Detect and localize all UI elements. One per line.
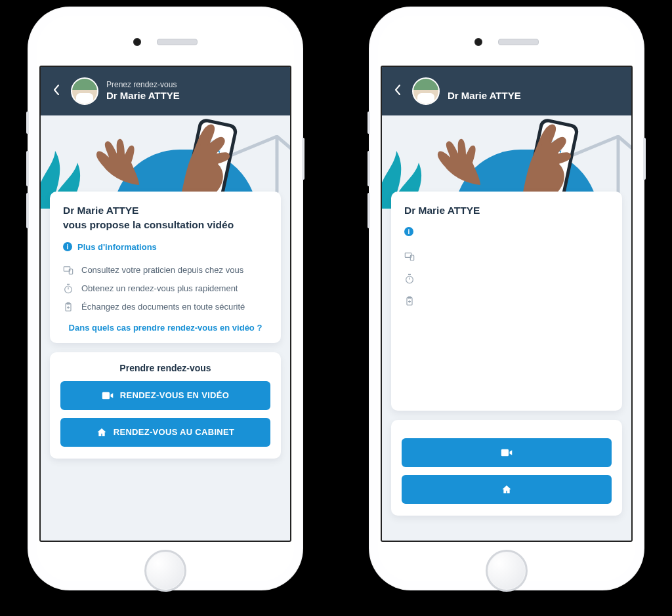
doctor-avatar[interactable] xyxy=(71,77,98,105)
devices-icon xyxy=(404,251,415,262)
info-icon: i xyxy=(63,242,72,251)
more-info-link[interactable]: i Plus d'informations xyxy=(63,242,268,252)
clipboard-icon xyxy=(63,302,74,312)
video-icon xyxy=(102,392,114,400)
header-pre-title xyxy=(448,80,521,89)
more-info-label: Plus d'informations xyxy=(77,242,157,252)
when-video-link[interactable]: Dans quels cas prendre rendez-vous en vi… xyxy=(63,323,268,333)
home-icon xyxy=(96,427,107,438)
info-card: Dr Marie ATTYE i xyxy=(391,192,622,411)
book-office-button[interactable]: RENDEZ-VOUS AU CABINET xyxy=(60,418,270,447)
benefit-item xyxy=(404,245,609,268)
card-title: Dr Marie ATTYE vous propose la consultat… xyxy=(63,203,268,233)
stopwatch-icon xyxy=(63,283,74,294)
benefit-label: Obtenez un rendez-vous plus rapidement xyxy=(81,283,238,293)
benefit-item xyxy=(404,268,609,290)
benefit-label: Consultez votre praticien depuis chez vo… xyxy=(81,265,243,275)
front-camera-icon xyxy=(474,38,482,46)
phone-mockup-left: Prenez rendez-vous Dr Marie ATTYE xyxy=(28,7,303,590)
home-button[interactable] xyxy=(486,550,528,592)
cta-heading: Prendre rendez-vous xyxy=(60,363,270,373)
app-header: Dr Marie ATTYE xyxy=(382,67,631,115)
app-header: Prenez rendez-vous Dr Marie ATTYE xyxy=(41,67,290,115)
book-video-button[interactable]: RENDEZ-VOUS EN VIDÉO xyxy=(60,381,270,410)
card-title: Dr Marie ATTYE xyxy=(404,203,609,218)
home-button[interactable] xyxy=(144,550,186,592)
cta-card xyxy=(391,420,622,516)
app-screen: Prenez rendez-vous Dr Marie ATTYE xyxy=(39,66,291,542)
header-doctor-name: Dr Marie ATTYE xyxy=(106,89,180,102)
header-doctor-name: Dr Marie ATTYE xyxy=(448,89,521,102)
clipboard-icon xyxy=(404,296,415,306)
front-camera-icon xyxy=(133,38,141,46)
book-video-button[interactable] xyxy=(402,438,612,467)
speaker-grill-icon xyxy=(157,39,198,45)
phone-earpiece xyxy=(381,18,633,66)
app-screen: Dr Marie ATTYE xyxy=(381,66,633,542)
phone-side-button xyxy=(302,138,304,180)
benefit-item: Obtenez un rendez-vous plus rapidement xyxy=(63,279,268,298)
phone-side-button xyxy=(643,138,646,180)
book-video-label: RENDEZ-VOUS EN VIDÉO xyxy=(120,390,229,400)
cta-card: Prendre rendez-vous RENDEZ-VOUS EN VIDÉO… xyxy=(50,352,281,459)
benefit-item: Consultez votre praticien depuis chez vo… xyxy=(63,261,268,279)
devices-icon xyxy=(63,265,74,276)
phone-earpiece xyxy=(39,18,291,66)
home-icon xyxy=(501,484,512,495)
info-icon: i xyxy=(404,227,413,236)
phone-side-button xyxy=(368,151,370,186)
phone-side-button xyxy=(368,112,370,134)
book-office-button[interactable] xyxy=(402,475,612,504)
benefit-item: Échangez des documents en toute sécurité xyxy=(63,298,268,316)
speaker-grill-icon xyxy=(498,39,539,45)
video-icon xyxy=(501,449,513,457)
back-icon[interactable] xyxy=(391,85,404,98)
header-pre-title: Prenez rendez-vous xyxy=(106,80,180,89)
phone-side-button xyxy=(26,151,29,186)
more-info-link[interactable]: i xyxy=(404,227,609,236)
info-card: Dr Marie ATTYE vous propose la consultat… xyxy=(50,192,281,343)
phone-side-button xyxy=(26,193,29,228)
benefit-label: Échangez des documents en toute sécurité xyxy=(81,302,245,312)
phone-side-button xyxy=(368,193,370,228)
back-icon[interactable] xyxy=(50,85,63,98)
phone-mockup-right: Dr Marie ATTYE xyxy=(369,7,644,590)
stopwatch-icon xyxy=(404,274,415,284)
benefit-item xyxy=(404,290,609,312)
doctor-avatar[interactable] xyxy=(412,77,440,105)
phone-side-button xyxy=(26,112,29,134)
book-office-label: RENDEZ-VOUS AU CABINET xyxy=(114,427,235,437)
